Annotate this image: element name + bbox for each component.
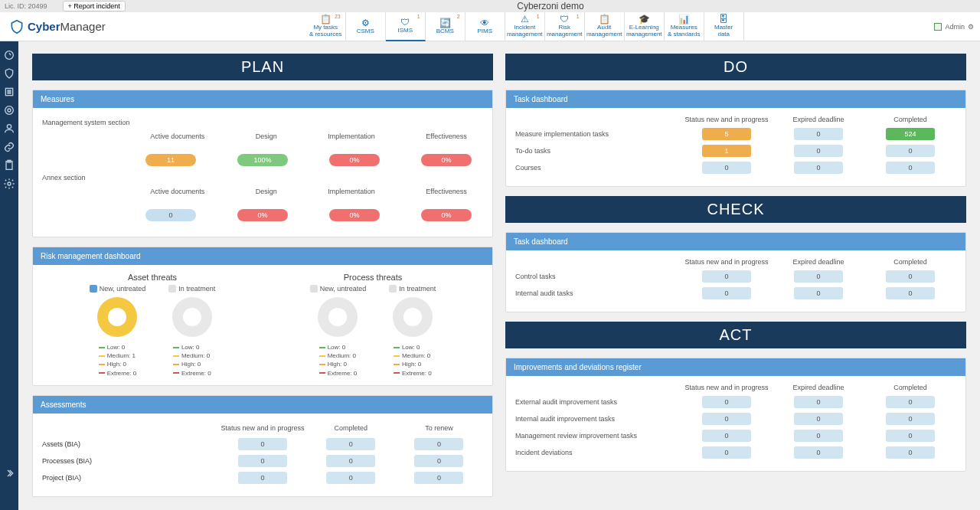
sidebar — [0, 41, 18, 510]
nav-item-isms[interactable]: 1🛡ISMS — [386, 12, 426, 41]
asset-threats-title: Asset threats — [128, 273, 177, 282]
measures-pill[interactable]: 11 — [145, 154, 196, 166]
check-title: CHECK — [505, 196, 966, 223]
task-pill[interactable]: 0 — [886, 446, 935, 459]
measures-card: Measures Management system section Activ… — [32, 90, 493, 237]
assess-pill[interactable]: 0 — [326, 455, 375, 467]
legend-item: Extreme: 0 — [173, 369, 211, 378]
col-head: Expired deadline — [773, 384, 864, 391]
task-pill[interactable]: 0 — [702, 430, 751, 442]
expand-icon[interactable] — [3, 467, 15, 479]
nav-item-bcms[interactable]: 2🔄BCMS — [426, 12, 466, 41]
task-pill[interactable]: 0 — [886, 162, 935, 174]
nav-item-e-learning[interactable]: 🎓E-Learningmanagement — [625, 12, 665, 41]
admin-label: Admin — [945, 23, 965, 31]
nav-item-master[interactable]: 🗄Masterdata — [704, 12, 744, 41]
task-pill[interactable]: 0 — [886, 430, 935, 442]
right-column: DO Task dashboard Status new and in prog… — [505, 54, 966, 498]
check-task-head: Task dashboard — [506, 233, 965, 250]
task-pill[interactable]: 0 — [794, 413, 843, 425]
assess-pill[interactable]: 0 — [238, 438, 287, 450]
measures-pill[interactable]: 0 — [145, 209, 196, 221]
nav-item-csms[interactable]: ⚙CSMS — [346, 12, 386, 41]
assessments-card-head: Assessments — [33, 396, 492, 414]
nav-item-measures[interactable]: 📊Measures& standards — [665, 12, 704, 41]
square-icon — [389, 285, 397, 293]
nav-item-audit[interactable]: 📋Auditmanagement — [585, 12, 625, 41]
task-pill[interactable]: 0 — [702, 270, 751, 283]
nav-item-incident[interactable]: 1⚠Incidentmanagement — [505, 12, 545, 41]
do-task-card: Task dashboard Status new and in progres… — [505, 90, 966, 187]
task-pill[interactable]: 0 — [794, 128, 843, 140]
assess-pill[interactable]: 0 — [326, 472, 375, 484]
task-pill[interactable]: 0 — [886, 145, 935, 157]
task-pill[interactable]: 0 — [794, 287, 843, 299]
col-head: Status new and in progress — [218, 424, 306, 432]
task-pill[interactable]: 0 — [886, 413, 935, 425]
process-treat-donut[interactable] — [393, 297, 433, 337]
link-icon[interactable] — [3, 141, 15, 153]
measures-pill[interactable]: 100% — [237, 154, 288, 166]
dashboard-icon[interactable] — [3, 49, 15, 61]
assess-pill[interactable]: 0 — [414, 438, 463, 450]
clipboard-icon[interactable] — [3, 159, 15, 172]
main-content: PLAN Measures Management system section … — [18, 41, 980, 510]
assess-pill[interactable]: 0 — [326, 438, 375, 450]
measures-pill[interactable]: 0% — [329, 209, 380, 221]
task-pill[interactable]: 0 — [794, 430, 843, 442]
nav-icon: 👁 — [480, 18, 489, 28]
task-pill[interactable]: 524 — [886, 128, 935, 140]
measures-pill[interactable]: 0% — [421, 154, 472, 166]
asset-treat-donut[interactable] — [172, 297, 212, 337]
task-pill[interactable]: 0 — [794, 270, 843, 283]
assess-pill[interactable]: 0 — [238, 472, 287, 484]
nav-label: Masterdata — [714, 25, 733, 38]
task-pill[interactable]: 0 — [886, 287, 935, 299]
user-icon[interactable] — [3, 123, 15, 135]
task-pill[interactable]: 0 — [702, 287, 751, 299]
gear-icon: ⚙ — [968, 23, 974, 31]
nav-item-pims[interactable]: 👁PIMS — [466, 12, 505, 41]
asset-new-donut[interactable] — [97, 297, 137, 337]
task-row-label: Internal audit improvement tasks — [515, 415, 681, 423]
task-row: Management review improvement tasks000 — [515, 430, 956, 442]
admin-menu[interactable]: Admin ⚙ — [934, 23, 974, 31]
legend-item: Extreme: 0 — [394, 369, 432, 378]
assess-pill[interactable]: 0 — [238, 455, 287, 467]
process-new-donut[interactable] — [318, 297, 358, 337]
task-pill[interactable]: 0 — [702, 396, 751, 408]
report-incident-button[interactable]: + Report incident — [63, 1, 126, 11]
task-pill[interactable]: 0 — [702, 413, 751, 425]
task-pill[interactable]: 0 — [794, 446, 843, 459]
task-pill[interactable]: 0 — [794, 396, 843, 408]
measures-col-head: Design — [256, 188, 277, 195]
task-pill[interactable]: 1 — [702, 145, 751, 157]
task-pill[interactable]: 0 — [794, 145, 843, 157]
measures-pill[interactable]: 0% — [237, 209, 288, 221]
task-row: Courses000 — [515, 162, 956, 174]
nav-label: E-Learningmanagement — [626, 25, 662, 38]
target-icon[interactable] — [3, 104, 15, 116]
task-pill[interactable]: 0 — [886, 270, 935, 283]
task-pill[interactable]: 0 — [702, 446, 751, 459]
nav-item-risk[interactable]: 1🛡Riskmanagement — [545, 12, 585, 41]
task-row-label: Courses — [515, 164, 681, 172]
task-pill[interactable]: 0 — [794, 162, 843, 174]
gear-icon[interactable] — [3, 178, 15, 190]
nav-label: Riskmanagement — [547, 25, 583, 38]
legend-item: Extreme: 0 — [99, 369, 137, 378]
measures-pill[interactable]: 0% — [421, 209, 472, 221]
task-pill[interactable]: 5 — [702, 128, 751, 140]
list-icon[interactable] — [3, 86, 15, 98]
assess-pill[interactable]: 0 — [414, 455, 463, 467]
shield-icon[interactable] — [3, 67, 15, 80]
nav-item-my-tasks[interactable]: 23📋My tasks& resources — [306, 12, 346, 41]
svg-point-3 — [8, 109, 11, 112]
measures-pill[interactable]: 0% — [329, 154, 380, 166]
nav-badge: 1 — [577, 14, 580, 20]
task-pill[interactable]: 0 — [886, 396, 935, 408]
task-pill[interactable]: 0 — [702, 162, 751, 174]
assess-pill[interactable]: 0 — [414, 472, 463, 484]
col-head: Completed — [864, 258, 956, 266]
logo[interactable]: CyberManager — [0, 19, 115, 34]
